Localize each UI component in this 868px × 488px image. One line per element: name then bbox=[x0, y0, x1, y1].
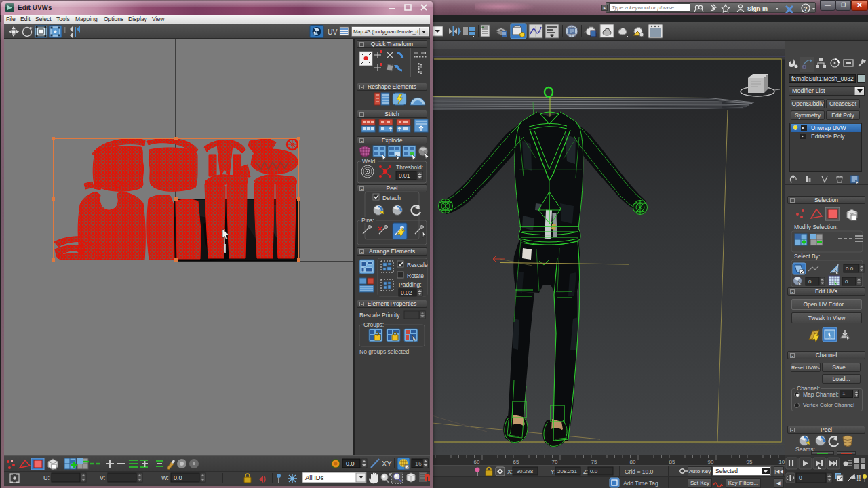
svg-text:0.02: 0.02 bbox=[401, 289, 412, 296]
svg-text:No groups selected: No groups selected bbox=[359, 348, 410, 355]
svg-text:Padding:: Padding: bbox=[399, 281, 422, 288]
svg-text:75: 75 bbox=[591, 459, 597, 465]
svg-text:Rescale: Rescale bbox=[407, 262, 428, 268]
svg-text:V:: V: bbox=[100, 474, 105, 481]
svg-text:80: 80 bbox=[630, 459, 636, 465]
svg-text:Grid = 10.0: Grid = 10.0 bbox=[625, 468, 654, 475]
svg-text:W:: W: bbox=[161, 474, 169, 481]
svg-text:Z:: Z: bbox=[583, 468, 589, 475]
svg-text:Add Time Tag: Add Time Tag bbox=[623, 480, 658, 487]
svg-text:70: 70 bbox=[552, 459, 558, 465]
svg-text:0.0: 0.0 bbox=[346, 460, 355, 467]
svg-text:208.251: 208.251 bbox=[557, 468, 577, 474]
svg-text:0.0: 0.0 bbox=[590, 468, 598, 474]
svg-text:Select By:: Select By: bbox=[794, 253, 820, 260]
svg-text:Y:: Y: bbox=[551, 468, 556, 475]
svg-text:All IDs: All IDs bbox=[305, 474, 324, 481]
svg-text:X:: X: bbox=[507, 468, 513, 475]
svg-text:0: 0 bbox=[808, 279, 812, 285]
svg-text:0: 0 bbox=[845, 279, 848, 285]
svg-text:100: 100 bbox=[778, 459, 785, 465]
svg-text:Groups:: Groups: bbox=[363, 321, 384, 328]
svg-text:16: 16 bbox=[415, 460, 422, 467]
svg-text:90: 90 bbox=[708, 459, 714, 465]
svg-text:-30.398: -30.398 bbox=[515, 468, 534, 474]
svg-text:0.0: 0.0 bbox=[174, 474, 182, 481]
svg-text:Modify Selection:: Modify Selection: bbox=[794, 224, 838, 230]
svg-text:0.01: 0.01 bbox=[399, 172, 410, 179]
svg-text:UV: UV bbox=[328, 28, 338, 36]
svg-text:65: 65 bbox=[513, 459, 519, 465]
svg-text:Weld: Weld bbox=[362, 158, 375, 165]
svg-text:U:: U: bbox=[43, 474, 50, 481]
svg-text:XY: XY bbox=[382, 460, 392, 468]
svg-text:Sign In: Sign In bbox=[747, 5, 768, 12]
svg-text:85: 85 bbox=[669, 459, 675, 465]
svg-text:?: ? bbox=[804, 5, 808, 12]
svg-text:60: 60 bbox=[474, 459, 480, 465]
svg-text:Rotate: Rotate bbox=[407, 272, 424, 279]
svg-text:!!: !! bbox=[856, 474, 861, 482]
svg-text:Rescale Priority:: Rescale Priority: bbox=[359, 312, 401, 319]
svg-text:95: 95 bbox=[747, 459, 753, 465]
svg-text:Detach: Detach bbox=[382, 195, 401, 201]
svg-text:Pins:: Pins: bbox=[361, 217, 374, 224]
svg-text:0: 0 bbox=[799, 474, 802, 481]
svg-text:Threshold:: Threshold: bbox=[396, 164, 423, 171]
svg-text:0.0: 0.0 bbox=[846, 266, 854, 272]
